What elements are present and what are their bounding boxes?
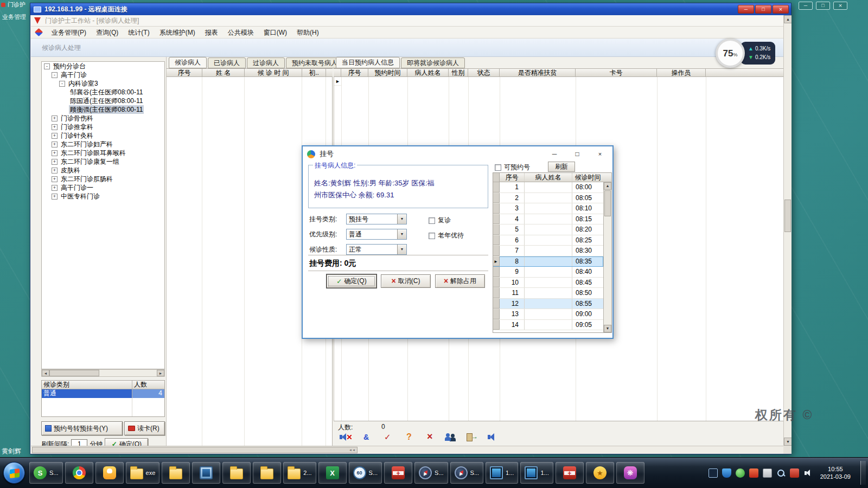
tree-expand-icon[interactable]: + [52,133,58,139]
header-seq[interactable]: 序号 [500,173,525,182]
tree-item-label[interactable]: 门诊针灸科 [60,131,94,140]
dialog-minimize-button[interactable] [551,150,558,158]
tree-expand-icon[interactable]: - [44,63,50,69]
slot-row[interactable]: 8 08:35 [493,256,603,267]
exit-icon[interactable] [465,432,479,442]
refresh-interval-input[interactable] [71,439,87,446]
slot-row[interactable]: 7 08:30 [493,246,603,256]
rdp-titlebar[interactable]: 192.168.1.99 - 远程桌面连接 [30,3,791,15]
taskbar-item[interactable]: 1... [520,462,553,484]
scroll-thumb[interactable] [604,190,611,216]
tree-item-label[interactable]: 邹襄谷(主任医师08:00-11 [69,88,144,97]
tree-item[interactable]: + 门诊骨伤科 [42,114,164,123]
host-maximize-button[interactable] [816,2,830,10]
tree-expand-icon[interactable]: + [52,115,58,121]
scroll-right-icon[interactable] [157,370,164,376]
search-icon[interactable] [776,468,786,478]
taskbar-item[interactable] [318,462,347,484]
tree-item[interactable]: + 中医专科门诊 [42,192,164,201]
priority-select[interactable]: 普通 [346,229,407,240]
tree-item-label[interactable]: 门诊骨伤科 [60,114,94,123]
menu-item[interactable]: 公共模块 [223,27,259,38]
slot-row[interactable]: 6 08:25 [493,235,603,246]
tree-expand-icon[interactable]: + [52,124,58,130]
scroll-up-icon[interactable] [784,15,792,23]
header-card-no[interactable]: 卡号 [576,69,657,76]
menu-item[interactable]: 报表 [200,27,223,38]
phone-icon[interactable] [790,468,799,478]
confirm-button[interactable]: 确定(Q) [327,274,376,288]
taskbar-item[interactable] [586,462,614,484]
tree-item-label[interactable]: 东二环门诊康复一组 [60,157,120,166]
cancel-button[interactable]: 取消(C) [381,274,431,288]
refresh-button[interactable]: 刷新 [548,162,575,172]
slot-row[interactable]: 3 08:10 [493,203,603,214]
taskbar-item[interactable]: exe [126,462,160,484]
header-poverty-flag[interactable]: 是否精准扶贫 [500,69,576,76]
tree-item-label[interactable]: 中医专科门诊 [60,192,101,201]
cross-icon[interactable] [423,432,437,442]
clock[interactable]: 10:55 2021-03-09 [817,465,856,480]
rdp-maximize-button[interactable] [755,5,771,14]
tree-item-label[interactable]: 预约分诊台 [52,62,87,70]
tree-item-label[interactable]: 高干门诊一 [60,183,94,192]
rdp-minimize-button[interactable] [738,5,754,14]
header-operator[interactable]: 操作员 [657,69,706,76]
dot-green-icon[interactable] [736,468,745,478]
release-slot-button[interactable]: 解除占用 [435,274,485,288]
scroll-thumb[interactable] [49,370,99,376]
taskbar-item[interactable]: S... [450,462,484,484]
taskbar-item[interactable]: 1... [486,462,518,484]
shield-icon[interactable] [722,468,731,478]
taskbar-item[interactable]: S... [414,462,448,484]
slot-row[interactable]: 1 08:00 [493,182,603,193]
tree-item[interactable]: 陈国通(主任医师08:00-11 [42,97,164,105]
taskbar-item[interactable] [65,462,93,484]
memory-usage-ball[interactable]: 75 % [716,38,745,68]
tree-expand-icon[interactable]: + [52,176,58,182]
tree-expand-icon[interactable]: + [52,185,58,191]
tree-item[interactable]: + 皮肤科 [42,166,164,175]
taskbar-item[interactable]: 2... [283,462,316,484]
tree-item[interactable]: 邹襄谷(主任医师08:00-11 [42,88,164,97]
tab-unclaimed-reservations[interactable]: 预约未取号病人 [286,57,343,68]
tree-expand-icon[interactable]: + [52,194,58,200]
host-menu-label[interactable]: 业务管理 [2,13,26,21]
tree-item[interactable]: + 高干门诊一 [42,183,164,192]
speaker-muted-icon[interactable] [338,432,352,442]
chevron-down-icon[interactable] [397,214,406,224]
header-sex[interactable]: 性别 [449,69,468,76]
slot-row[interactable]: 2 08:05 [493,193,603,204]
menu-item[interactable]: 帮助(H) [292,27,324,38]
taskbar-item[interactable] [616,462,644,484]
taskbar-item[interactable] [192,462,220,484]
header-seq[interactable]: 序号 [341,69,368,76]
tree-expand-icon[interactable]: + [52,142,58,147]
chevron-down-icon[interactable] [397,229,406,239]
tree-item[interactable]: + 东二环门诊肛肠科 [42,175,164,183]
taskbar-item[interactable] [162,462,190,484]
speaker-icon[interactable] [486,432,500,442]
scroll-thumb[interactable] [784,200,791,232]
tab-missed-patients[interactable]: 过诊病人 [247,57,285,68]
header-patient-name[interactable]: 病人姓名 [407,69,449,76]
menu-item[interactable]: 业务管理(P) [47,27,91,38]
slot-row[interactable]: 14 09:05 [493,320,603,331]
taskbar-item[interactable] [222,462,251,484]
taskbar-item[interactable] [556,462,584,484]
header-status[interactable]: 状态 [468,69,500,76]
header-booking-time[interactable]: 预约时间 [368,69,407,76]
taskbar-item[interactable]: S... [29,462,63,484]
printer-icon[interactable] [763,468,772,478]
scroll-up-icon[interactable] [604,182,611,190]
tree-item-label[interactable]: 高干门诊 [60,70,88,79]
slot-row[interactable]: 12 08:55 [493,299,603,310]
tree-item-label[interactable]: 内科诊室3 [67,79,99,88]
hand-icon[interactable] [359,432,373,442]
header-name[interactable]: 姓 名 [202,69,245,76]
header-patient-name[interactable]: 病人姓名 [525,173,572,182]
rdp-close-button[interactable] [773,5,789,14]
header-wait-time[interactable]: 候 诊 时 间 [245,69,302,76]
slot-row[interactable]: 11 08:50 [493,288,603,299]
slot-row[interactable]: 4 08:15 [493,214,603,225]
